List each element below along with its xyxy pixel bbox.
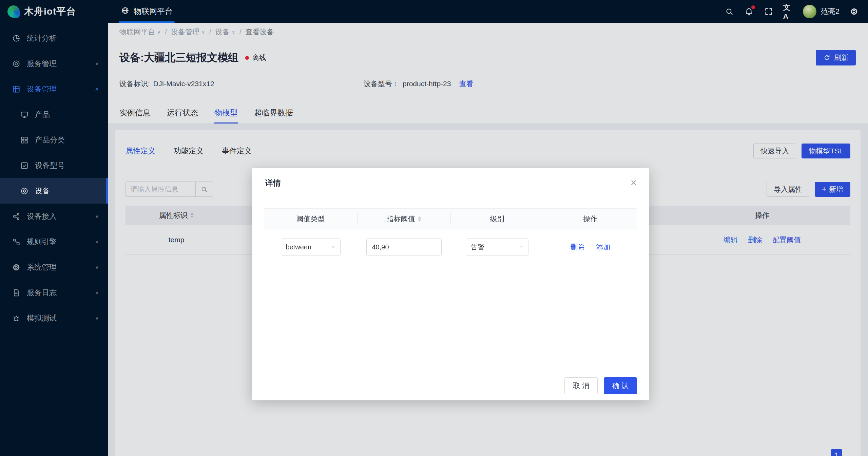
close-icon[interactable]: ✕ [630, 179, 637, 187]
modal-table-row: between ∨ 告警 ∨ 删除 添加 [264, 229, 637, 265]
sort-icon [418, 216, 421, 222]
level-cell: 告警 ∨ [450, 239, 544, 255]
column-threshold-value[interactable]: 指标阈值 [357, 209, 450, 229]
modal-body: 阈值类型 指标阈值 级别 操作 between ∨ [252, 195, 649, 377]
level-select[interactable]: 告警 ∨ [466, 239, 528, 255]
modal-header: 详情 ✕ [252, 168, 649, 195]
chevron-down-icon: ∨ [328, 244, 335, 249]
row-actions-cell: 删除 添加 [544, 242, 637, 252]
column-threshold-type: 阈值类型 [264, 209, 357, 229]
modal-title: 详情 [265, 178, 281, 188]
modal-table-header: 阈值类型 指标阈值 级别 操作 [264, 208, 637, 229]
modal-delete-link[interactable]: 删除 [571, 242, 585, 252]
threshold-value-input[interactable] [366, 239, 442, 255]
confirm-button[interactable]: 确 认 [604, 377, 637, 394]
modal-footer: 取 消 确 认 [252, 377, 649, 400]
cancel-button[interactable]: 取 消 [564, 377, 598, 394]
detail-modal: 详情 ✕ 阈值类型 指标阈值 级别 操作 between ∨ [252, 168, 649, 400]
threshold-type-select[interactable]: between ∨ [281, 239, 341, 255]
modal-add-link[interactable]: 添加 [596, 242, 611, 252]
column-actions: 操作 [544, 209, 637, 229]
chevron-down-icon: ∨ [516, 244, 523, 249]
threshold-type-cell: between ∨ [264, 239, 357, 255]
threshold-value-cell [357, 239, 450, 255]
column-level: 级别 [450, 209, 544, 229]
